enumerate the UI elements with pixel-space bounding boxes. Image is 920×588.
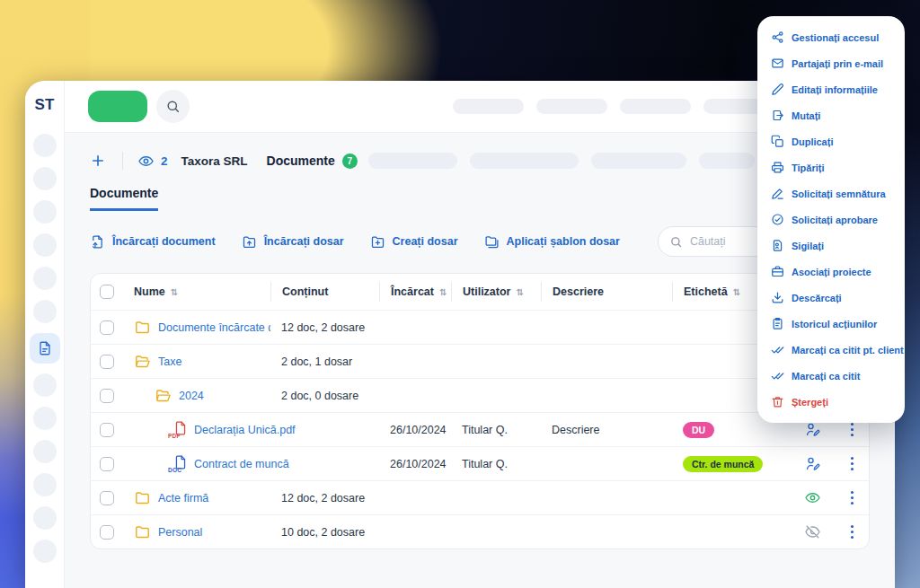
menu-item-download[interactable]: Descărcați — [757, 285, 905, 311]
primary-action-button[interactable] — [88, 91, 147, 122]
mail-icon — [771, 57, 784, 70]
folder-link[interactable]: 2024 — [179, 390, 204, 402]
sidebar-item-placeholder[interactable] — [33, 200, 57, 224]
breadcrumb-placeholder — [368, 153, 457, 169]
sidebar-item-placeholder[interactable] — [33, 267, 57, 290]
table-row: Taxe 2 doc, 1 dosar — [91, 344, 869, 378]
menu-item-manage-access[interactable]: Gestionați accesul — [757, 24, 905, 50]
menu-item-request-approval[interactable]: Solicitați aprobare — [757, 206, 905, 233]
global-search-button[interactable] — [156, 90, 190, 123]
column-header-tag[interactable]: Etichetă⇅ — [684, 285, 740, 298]
folder-template-icon — [484, 234, 500, 250]
sidebar-item-placeholder[interactable] — [33, 506, 57, 530]
trash-icon — [771, 395, 784, 408]
table-row: Personal 10 doc, 2 dosare — [91, 514, 869, 549]
share-icon — [771, 31, 784, 44]
watchers-count: 2 — [161, 154, 168, 168]
user-edit-icon[interactable] — [804, 421, 821, 438]
folder-icon — [134, 523, 151, 540]
sidebar-item-placeholder[interactable] — [33, 473, 57, 496]
row-checkbox[interactable] — [100, 389, 114, 403]
sidebar-item-placeholder[interactable] — [33, 167, 57, 190]
menu-item-move[interactable]: Mutați — [757, 102, 905, 128]
row-checkbox[interactable] — [100, 423, 114, 437]
row-checkbox[interactable] — [100, 320, 114, 335]
breadcrumb-placeholder — [699, 153, 755, 169]
sidebar-item-placeholder[interactable] — [33, 300, 57, 323]
file-link[interactable]: Declarația Unică.pdf — [194, 424, 296, 436]
folder-link[interactable]: Taxe — [158, 355, 181, 368]
table-row: Acte firmă 12 doc, 2 dosare — [91, 480, 869, 514]
documents-table: Nume⇅ Conținut Încărcat⇅ Utilizator⇅ Des… — [90, 273, 870, 549]
row-checkbox[interactable] — [100, 491, 114, 505]
menu-item-associate-projects[interactable]: Asociați proiecte — [757, 259, 905, 285]
folder-link[interactable]: Documente încărcate de client — [158, 321, 270, 334]
folder-link[interactable]: Personal — [158, 526, 202, 539]
sidebar-item-placeholder[interactable] — [33, 373, 57, 397]
file-link[interactable]: Contract de muncă — [194, 458, 289, 470]
upload-date: 26/10/2024 — [379, 458, 447, 470]
sidebar-item-documents-active[interactable] — [30, 333, 60, 364]
table-header-row: Nume⇅ Conținut Încărcat⇅ Utilizator⇅ Des… — [91, 274, 869, 310]
file-type-badge: DOC — [168, 467, 181, 473]
folder-open-icon — [134, 353, 151, 370]
sidebar-item-placeholder[interactable] — [33, 440, 57, 463]
folder-open-icon — [155, 387, 172, 404]
add-button[interactable] — [90, 153, 106, 169]
menu-item-seal[interactable]: Sigilați — [757, 233, 905, 259]
row-checkbox[interactable] — [100, 525, 114, 540]
column-header-name[interactable]: Nume⇅ — [134, 285, 178, 298]
tag-badge: Ctr. de muncă — [683, 456, 763, 472]
menu-item-delete[interactable]: Ștergeți — [757, 389, 905, 415]
row-menu-button[interactable] — [848, 454, 857, 474]
breadcrumb-section: Documente — [267, 154, 335, 168]
sidebar-item-placeholder[interactable] — [33, 233, 57, 257]
row-menu-button[interactable] — [848, 488, 857, 508]
sidebar-item-placeholder[interactable] — [33, 540, 57, 563]
sort-icon: ⇅ — [439, 287, 447, 297]
tag-badge: DU — [683, 422, 714, 438]
column-header-uploaded[interactable]: Încărcat⇅ — [391, 285, 447, 298]
sort-icon: ⇅ — [516, 287, 523, 297]
file-upload-icon — [90, 234, 105, 250]
sort-icon: ⇅ — [171, 287, 178, 297]
eye-visible-icon[interactable] — [804, 489, 821, 506]
sidebar-item-placeholder[interactable] — [33, 407, 57, 430]
eye-hidden-icon[interactable] — [804, 523, 821, 540]
breadcrumb-client-name: Taxora SRL — [181, 154, 248, 168]
column-header-description[interactable]: Descriere — [553, 285, 604, 298]
menu-item-action-history[interactable]: Istoricul acțiunilor — [757, 311, 905, 337]
apply-folder-template-button[interactable]: Aplicați șablon dosar — [484, 234, 620, 250]
row-checkbox[interactable] — [100, 355, 114, 369]
uploader-name: Titular Q. — [451, 424, 508, 436]
history-icon — [771, 317, 784, 330]
column-header-user[interactable]: Utilizator⇅ — [463, 285, 524, 298]
table-row: DOC Contract de muncă 26/10/2024 Titular… — [91, 446, 869, 480]
upload-document-button[interactable]: Încărcați document — [90, 234, 216, 250]
upload-date: 26/10/2024 — [379, 424, 447, 436]
menu-item-mark-read-client[interactable]: Marcați ca citit pt. client — [757, 337, 905, 363]
context-menu: Gestionați accesul Partajați prin e-mail… — [757, 16, 905, 423]
menu-item-mark-read[interactable]: Marcați ca citit — [757, 363, 905, 389]
watchers-button[interactable]: 2 — [137, 153, 168, 170]
menu-item-share-email[interactable]: Partajați prin e-mail — [757, 50, 905, 76]
tab-documents[interactable]: Documente — [90, 186, 158, 211]
menu-item-request-signature[interactable]: Solicitați semnătura — [757, 180, 905, 206]
create-folder-button[interactable]: Creați dosar — [370, 234, 458, 250]
approve-icon — [771, 213, 784, 226]
select-all-checkbox[interactable] — [100, 285, 114, 299]
row-menu-button[interactable] — [848, 522, 857, 542]
user-edit-icon[interactable] — [804, 455, 821, 472]
menu-item-print[interactable]: Tipăriți — [757, 154, 905, 180]
menu-item-edit-info[interactable]: Editați informațiile — [757, 76, 905, 102]
upload-folder-button[interactable]: Încărcați dosar — [242, 234, 344, 250]
menu-item-duplicate[interactable]: Duplicați — [757, 128, 905, 154]
pdf-file-icon: PDF — [170, 421, 187, 439]
sort-icon: ⇅ — [733, 287, 740, 297]
column-header-content[interactable]: Conținut — [282, 285, 328, 298]
folder-icon — [134, 489, 151, 506]
folder-link[interactable]: Acte firmă — [158, 492, 208, 505]
table-row: Documente încărcate de client 12 doc, 2 … — [91, 310, 869, 344]
sidebar-item-placeholder[interactable] — [33, 134, 57, 157]
row-checkbox[interactable] — [100, 457, 114, 471]
